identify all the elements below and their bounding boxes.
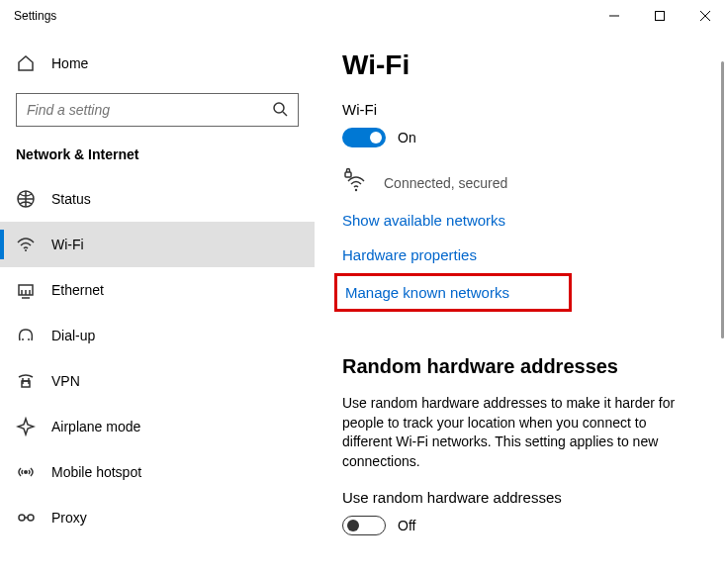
nav-label: Status (51, 191, 91, 207)
svg-point-6 (28, 338, 30, 340)
nav-label: Airplane mode (51, 419, 140, 434)
svg-point-11 (355, 189, 357, 191)
status-icon (16, 189, 36, 209)
content-area: Wi-Fi Wi-Fi On Connected, secured Show a… (315, 32, 728, 577)
wifi-toggle[interactable] (342, 128, 386, 147)
nav-label: Wi-Fi (51, 237, 84, 252)
nav-list: Status Wi-Fi Ethernet Dial-up (0, 176, 315, 540)
home-label: Home (51, 55, 88, 71)
title-bar: Settings (0, 0, 728, 32)
wifi-icon (16, 235, 36, 254)
svg-point-10 (28, 515, 34, 521)
svg-point-1 (274, 103, 284, 113)
wifi-secured-icon (342, 167, 370, 198)
sidebar-item-dialup[interactable]: Dial-up (0, 313, 315, 358)
maximize-button[interactable] (637, 0, 682, 32)
random-addresses-toggle[interactable] (342, 516, 386, 535)
svg-point-9 (19, 515, 25, 521)
link-show-available-networks[interactable]: Show available networks (342, 212, 698, 229)
sidebar-item-wifi[interactable]: Wi-Fi (0, 222, 315, 267)
sidebar-item-proxy[interactable]: Proxy (0, 495, 315, 540)
sidebar-item-hotspot[interactable]: Mobile hotspot (0, 449, 315, 495)
nav-label: Dial-up (51, 328, 95, 343)
ethernet-icon (16, 280, 36, 300)
wifi-toggle-state: On (398, 130, 416, 145)
airplane-icon (16, 417, 36, 436)
random-toggle-state: Off (398, 518, 415, 533)
svg-point-8 (24, 470, 28, 474)
svg-point-5 (22, 338, 24, 340)
search-input[interactable] (16, 93, 299, 127)
connection-status-text: Connected, secured (384, 175, 507, 191)
link-hardware-properties[interactable]: Hardware properties (342, 246, 698, 263)
random-toggle-label: Use random hardware addresses (342, 489, 698, 506)
home-button[interactable]: Home (0, 44, 315, 83)
nav-label: Proxy (51, 510, 87, 526)
proxy-icon (16, 508, 36, 528)
random-addresses-desc: Use random hardware addresses to make it… (342, 394, 679, 471)
vpn-icon (16, 371, 36, 391)
home-icon (16, 53, 36, 73)
sidebar: Home Network & Internet Status Wi-Fi (0, 32, 315, 577)
wifi-status: Connected, secured (342, 167, 698, 198)
page-title: Wi-Fi (342, 49, 698, 81)
window-title: Settings (14, 9, 56, 23)
category-title: Network & Internet (0, 146, 315, 176)
search-field[interactable] (27, 102, 272, 118)
sidebar-item-ethernet[interactable]: Ethernet (0, 267, 315, 313)
svg-rect-0 (656, 12, 665, 21)
hotspot-icon (16, 462, 36, 482)
scrollbar[interactable] (721, 61, 724, 338)
sidebar-item-status[interactable]: Status (0, 176, 315, 222)
main-layout: Home Network & Internet Status Wi-Fi (0, 32, 728, 577)
search-icon (272, 101, 288, 120)
dialup-icon (16, 326, 36, 345)
nav-label: VPN (51, 373, 80, 389)
nav-label: Mobile hotspot (51, 464, 141, 480)
sidebar-item-vpn[interactable]: VPN (0, 358, 315, 404)
nav-label: Ethernet (51, 282, 104, 298)
sidebar-item-airplane[interactable]: Airplane mode (0, 404, 315, 449)
close-button[interactable] (682, 0, 728, 32)
highlight-box: Manage known networks (334, 273, 572, 312)
svg-rect-12 (345, 172, 351, 177)
random-addresses-title: Random hardware addresses (342, 355, 698, 378)
minimize-button[interactable] (592, 0, 637, 32)
wifi-toggle-label: Wi-Fi (342, 101, 698, 118)
svg-point-3 (25, 249, 27, 251)
link-manage-known-networks[interactable]: Manage known networks (345, 284, 509, 301)
